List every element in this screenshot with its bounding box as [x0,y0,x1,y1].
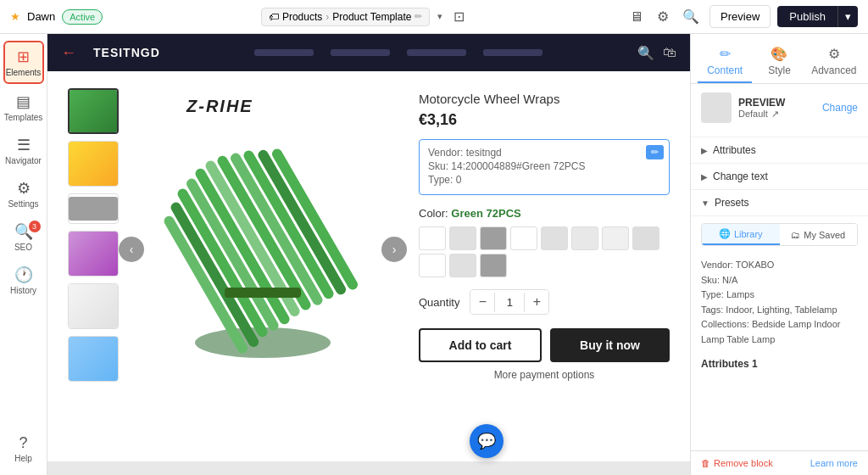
sidebar-item-elements[interactable]: ⊞ Elements [3,41,44,84]
breadcrumb-caret[interactable]: ▾ [435,8,445,25]
thumb-white[interactable] [68,283,119,329]
tab-advanced[interactable]: ⚙ Advanced [807,41,861,83]
swatch-white3[interactable] [419,254,446,277]
remove-block-label: Remove block [714,458,773,468]
thumb-gray-swatch [69,197,118,221]
settings-gear-icon: ⚙ [17,179,31,198]
preset-tabs: 🌐 Library 🗂 My Saved [701,223,858,246]
settings-icon[interactable]: ⚙ [654,5,672,28]
duplicate-icon[interactable]: ⊡ [450,5,468,28]
swatch-gray2[interactable] [480,254,507,277]
swatch-near-white[interactable] [602,226,629,250]
buy-now-button[interactable]: Buy it now [550,328,670,362]
preview-tags-label: Tags: [701,305,723,315]
preview-type-label: Type: [701,289,724,299]
thumb-gray-small[interactable] [68,193,119,224]
preview-type-row: Type: Lamps [701,288,858,303]
attributes-accordion: ▶ Attributes [691,137,868,164]
sidebar-help-label: Help [14,454,32,463]
my-saved-tab[interactable]: 🗂 My Saved [780,224,858,245]
add-to-cart-button[interactable]: Add to cart [419,328,542,362]
preset-section: 🌐 Library 🗂 My Saved Vendor: TOKABO Sku:… [691,216,868,377]
tab-style[interactable]: 🎨 Style [752,41,806,83]
swatch-light-gray2[interactable] [541,226,568,250]
quantity-increase-button[interactable]: + [525,290,548,314]
vendor-preview: Vendor: TOKABO Sku: N/A Type: Lamps Tags… [701,253,858,353]
attributes-accordion-header[interactable]: ▶ Attributes [691,137,868,163]
sidebar-item-templates[interactable]: ▤ Templates [3,87,44,127]
preview-vendor-row: Vendor: TOKABO [701,258,858,273]
swatch-white2[interactable] [510,226,537,250]
swatch-off-white[interactable] [571,226,598,250]
style-tab-label: Style [768,64,791,76]
default-label: Default [738,109,768,119]
search-icon[interactable]: 🔍 [679,5,703,28]
swatch-light-gray3[interactable] [449,254,476,277]
search-nav-icon[interactable]: 🔍 [637,45,654,61]
change-text-accordion-header[interactable]: ▶ Change text [691,164,868,189]
meta-edit-button[interactable]: ✏ [646,145,664,159]
learn-more-link[interactable]: Learn more [810,458,858,468]
main-layout: ⊞ Elements ▤ Templates ☰ Navigator ⚙ Set… [0,34,868,475]
publish-button[interactable]: Publish [777,6,837,27]
product-title: Motorcycle Wheel Wraps [419,92,670,106]
swatch-silver[interactable] [632,226,659,250]
left-sidebar: ⊞ Elements ▤ Templates ☰ Navigator ⚙ Set… [0,34,47,475]
sidebar-item-help[interactable]: ? Help [3,429,44,468]
image-prev-button[interactable]: ‹ [119,237,144,262]
library-tab[interactable]: 🌐 Library [702,224,780,245]
library-globe-icon: 🌐 [719,228,731,239]
status-badge: Active [62,9,103,25]
thumb-blue[interactable] [68,336,119,382]
preview-label: PREVIEW [738,97,785,109]
preview-vendor-label: Vendor: [701,260,733,270]
swatch-light-gray[interactable] [449,226,476,250]
desktop-icon[interactable]: 🖥 [626,6,647,28]
thumb-purple[interactable] [68,231,119,277]
more-payment-options[interactable]: More payment options [419,369,670,381]
vendor-value: tesitngd [466,147,502,159]
preview-button[interactable]: Preview [709,5,771,28]
breadcrumb-arrow: › [326,11,329,23]
color-value: Green 72PCS [451,207,520,220]
type-row: Type: 0 [428,174,660,186]
sidebar-navigator-label: Navigator [5,156,42,165]
preview-sku-label: Sku: [701,275,720,285]
product-price: €3,16 [419,111,670,129]
style-tab-icon: 🎨 [771,46,787,62]
swatch-gray[interactable] [480,226,507,250]
preview-tags-row: Tags: Indoor, Lighting, Tablelamp [701,303,858,318]
image-next-button[interactable]: › [381,237,407,262]
nav-link-placeholder-1 [254,49,314,56]
edit-icon[interactable]: ✏ [415,11,422,22]
store-nav: ← TESITNGD 🔍 🛍 [47,34,690,71]
swatch-white[interactable] [419,226,446,250]
quantity-value: 1 [494,293,525,312]
publish-caret-button[interactable]: ▾ [837,6,858,27]
tab-content[interactable]: ✏ Content [698,41,752,83]
sidebar-item-history[interactable]: 🕐 History [3,260,44,300]
external-link-icon: ↗ [771,109,779,120]
templates-icon: ▤ [16,92,31,111]
library-tab-label: Library [734,229,763,239]
chat-bubble[interactable]: 💬 [470,424,504,458]
tag-icon: 🏷 [269,11,279,23]
breadcrumb-tag[interactable]: 🏷 Products › Product Template ✏ [261,8,431,26]
sidebar-item-navigator[interactable]: ☰ Navigator [3,131,44,170]
thumb-green[interactable] [68,88,119,134]
store-logo: TESITNGD [93,46,160,59]
change-link[interactable]: Change [822,102,858,114]
sidebar-item-seo[interactable]: 🔍 SEO 3 [3,217,44,257]
history-icon: 🕐 [14,265,33,284]
sku-value: 14:200004889#Green 72PCS [451,160,585,172]
thumb-yellow[interactable] [68,141,119,187]
accordion-arrow-icon: ▶ [701,146,708,155]
remove-block-button[interactable]: 🗑 Remove block [701,458,773,468]
cart-nav-icon[interactable]: 🛍 [663,45,676,61]
color-swatches [419,226,670,277]
product-images: Z-RIHE [68,88,398,444]
quantity-decrease-button[interactable]: − [470,290,494,314]
nav-links [177,49,620,56]
presets-accordion-header[interactable]: ▼ Presets [691,190,868,215]
sidebar-item-settings[interactable]: ⚙ Settings [3,174,44,214]
